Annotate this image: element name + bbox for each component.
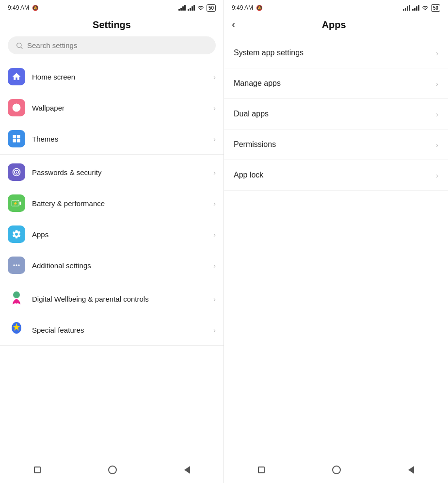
recents-icon xyxy=(34,467,41,473)
chevron-icon: › xyxy=(436,141,438,149)
group-personalization: Home screen › Wallpaper › xyxy=(0,61,224,155)
signal-icon-r xyxy=(403,5,410,11)
battery-label: Battery & performance xyxy=(32,199,207,208)
sidebar-item-special-features[interactable]: Special features › xyxy=(0,314,224,345)
settings-title: Settings xyxy=(0,15,224,36)
apps-label: Apps xyxy=(32,230,207,239)
svg-point-14 xyxy=(16,264,17,266)
sidebar-item-battery[interactable]: ⚡ Battery & performance › xyxy=(0,188,224,219)
sidebar-item-wallpaper[interactable]: Wallpaper › xyxy=(0,92,224,123)
apps-title: Apps xyxy=(239,19,440,31)
svg-point-15 xyxy=(18,264,19,266)
signal-icon xyxy=(178,5,186,11)
apps-item-dual-apps[interactable]: Dual apps › xyxy=(224,99,448,129)
settings-list: Home screen › Wallpaper › xyxy=(0,61,224,458)
status-right: 50 xyxy=(178,4,216,12)
status-left: 9:49 AM 🔕 xyxy=(8,4,39,11)
status-bar-left: 9:49 AM 🔕 50 xyxy=(0,0,224,15)
svg-line-1 xyxy=(21,47,22,48)
chevron-icon: › xyxy=(213,199,216,208)
signal-icon-2 xyxy=(188,5,195,11)
svg-rect-2 xyxy=(13,135,16,139)
wellbeing-label: Digital Wellbeing & parental controls xyxy=(32,295,207,303)
chevron-icon: › xyxy=(213,135,216,143)
svg-rect-3 xyxy=(17,135,20,139)
time-left: 9:49 AM xyxy=(8,4,29,11)
battery-indicator-right: 50 xyxy=(431,4,440,12)
nav-home-button-right[interactable] xyxy=(322,462,351,478)
wifi-icon xyxy=(197,4,205,11)
chevron-icon: › xyxy=(213,230,216,239)
nav-back-button-right[interactable] xyxy=(399,462,424,478)
app-lock-label: App lock xyxy=(234,171,263,179)
special-icon xyxy=(8,321,25,338)
nav-bar-left xyxy=(0,458,224,483)
manage-apps-label: Manage apps xyxy=(234,79,281,88)
home-icon xyxy=(8,68,25,85)
svg-rect-5 xyxy=(17,139,20,143)
chevron-icon: › xyxy=(213,73,216,81)
sidebar-item-themes[interactable]: Themes › xyxy=(0,123,224,154)
search-icon xyxy=(16,42,23,49)
svg-text:⚡: ⚡ xyxy=(13,201,18,206)
group-system: Passwords & security › ⚡ Battery & perfo… xyxy=(0,157,224,281)
apps-panel: 9:49 AM 🔕 50 ‹ Apps System app settings … xyxy=(224,0,448,483)
apps-item-manage-apps[interactable]: Manage apps › xyxy=(224,68,448,99)
nav-recents-button-right[interactable] xyxy=(248,463,274,477)
sidebar-item-home-screen[interactable]: Home screen › xyxy=(0,61,224,92)
wallpaper-icon xyxy=(8,99,25,116)
wallpaper-label: Wallpaper xyxy=(32,104,207,112)
battery-icon: ⚡ xyxy=(8,194,25,212)
wellbeing-icon xyxy=(8,290,25,307)
sidebar-item-digital-wellbeing[interactable]: Digital Wellbeing & parental controls › xyxy=(0,283,224,314)
status-right-right: 50 xyxy=(403,4,440,12)
back-button[interactable]: ‹ xyxy=(232,17,239,32)
nav-recents-button[interactable] xyxy=(24,463,50,477)
svg-point-13 xyxy=(13,264,15,266)
chevron-icon: › xyxy=(213,104,216,112)
nav-bar-right xyxy=(224,458,448,483)
alarm-icon-right: 🔕 xyxy=(256,5,263,11)
home-nav-icon xyxy=(108,466,117,474)
back-icon-right xyxy=(408,466,414,474)
nav-home-button[interactable] xyxy=(98,462,127,478)
status-left-right: 9:49 AM 🔕 xyxy=(232,4,263,11)
alarm-icon: 🔕 xyxy=(32,5,39,11)
search-input[interactable] xyxy=(27,41,208,49)
back-icon xyxy=(184,466,190,474)
chevron-icon: › xyxy=(436,110,438,118)
themes-icon xyxy=(8,130,25,147)
additional-icon xyxy=(8,257,25,274)
nav-back-button[interactable] xyxy=(175,462,200,478)
group-wellbeing: Digital Wellbeing & parental controls › … xyxy=(0,283,224,346)
apps-item-system-app-settings[interactable]: System app settings › xyxy=(224,38,448,68)
passwords-icon xyxy=(8,163,25,181)
status-bar-right: 9:49 AM 🔕 50 xyxy=(224,0,448,15)
home-nav-icon-right xyxy=(332,466,341,474)
svg-rect-4 xyxy=(13,139,16,143)
special-features-label: Special features xyxy=(32,326,207,334)
permissions-label: Permissions xyxy=(234,140,276,149)
chevron-icon: › xyxy=(436,80,438,88)
apps-icon xyxy=(8,225,25,243)
sidebar-item-apps[interactable]: Apps › xyxy=(0,219,224,250)
svg-point-8 xyxy=(16,172,17,173)
signal-icon-r2 xyxy=(412,5,419,11)
apps-header: ‹ Apps xyxy=(224,15,448,38)
search-bar[interactable] xyxy=(8,36,216,54)
apps-list: System app settings › Manage apps › Dual… xyxy=(224,38,448,458)
svg-rect-10 xyxy=(19,202,21,205)
sidebar-item-passwords[interactable]: Passwords & security › xyxy=(0,157,224,188)
apps-item-app-lock[interactable]: App lock › xyxy=(224,160,448,191)
apps-item-permissions[interactable]: Permissions › xyxy=(224,129,448,160)
chevron-icon: › xyxy=(213,326,216,334)
battery-indicator: 50 xyxy=(207,4,216,12)
sidebar-item-additional[interactable]: Additional settings › xyxy=(0,250,224,281)
chevron-icon: › xyxy=(213,168,216,177)
home-screen-label: Home screen xyxy=(32,73,207,81)
dual-apps-label: Dual apps xyxy=(234,110,269,118)
chevron-icon: › xyxy=(436,49,438,57)
passwords-label: Passwords & security xyxy=(32,168,207,177)
settings-panel: 9:49 AM 🔕 50 Settings xyxy=(0,0,224,483)
svg-point-16 xyxy=(13,291,20,298)
